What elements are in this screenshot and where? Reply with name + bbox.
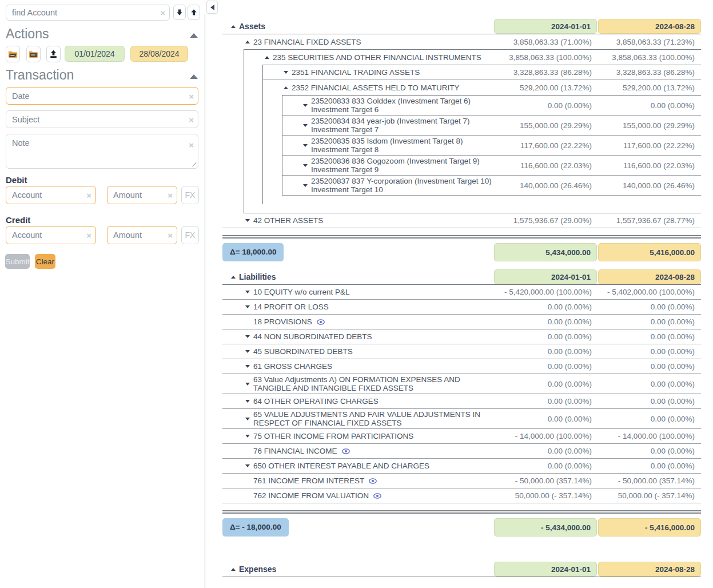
tree-row[interactable]: 44 NON SUBORDINATED DEBTS 0.00 (0.00%) 0… (222, 329, 701, 344)
credit-label: Credit (6, 215, 30, 225)
transaction-subject-input[interactable] (6, 110, 198, 128)
clear-icon[interactable]: × (189, 141, 194, 149)
value-from: 116,600.00 (22.03%) (495, 161, 598, 170)
open-journal-button[interactable] (26, 46, 41, 62)
caret-down-icon[interactable] (245, 435, 250, 438)
tree-row[interactable]: 76 FINANCIAL INCOME 0.00 (0.00%) 0.00 (0… (222, 444, 701, 459)
tree-row[interactable]: 762 INCOME FROM VALUATION 50,000.00 (- 3… (222, 488, 701, 503)
value-from: 3,858,063.33 (71.00%) (495, 38, 598, 46)
expenses-header: Expenses 2024-01-01 2024-08-28 (222, 562, 701, 577)
debit-account-input[interactable] (6, 186, 96, 204)
caret-up-icon[interactable] (231, 25, 236, 28)
value-from: 140,000.00 (26.46%) (495, 181, 598, 190)
value-from: 3,328,863.33 (86.28%) (495, 68, 598, 77)
tree-row[interactable]: 650 OTHER INTEREST PAYABLE AND CHARGES 0… (222, 459, 701, 474)
find-prev-button[interactable] (188, 5, 200, 20)
tree-row[interactable]: 63 Value Adjustments A) ON FORMATION EXP… (222, 374, 701, 394)
caret-down-icon[interactable] (245, 400, 250, 403)
caret-down-icon[interactable] (303, 184, 308, 187)
tree-row[interactable]: 75 OTHER INCOME FROM PARTICIPATIONS - 14… (222, 429, 701, 444)
debit-fx-button[interactable]: FX (181, 186, 199, 204)
tree-row[interactable]: 61 GROSS CHARGES 0.00 (0.00%) 0.00 (0.00… (222, 359, 701, 374)
tree-row[interactable]: 235200837 837 Y-corporation (Investment … (282, 176, 701, 196)
clear-icon[interactable]: × (160, 9, 165, 17)
credit-account-input[interactable] (6, 226, 96, 244)
tree-row[interactable]: 64 OTHER OPERATING CHARGES 0.00 (0.00%) … (222, 394, 701, 409)
tree-row[interactable]: 235 SECURITIES AND OTHER FINANCIAL INSTR… (244, 50, 701, 65)
account-label: 42 OTHER ASSETS (253, 216, 495, 225)
find-next-button[interactable] (173, 5, 186, 20)
tree-row[interactable]: 2351 FINANCIAL TRADING ASSETS 3,328,863.… (263, 65, 701, 80)
caret-down-icon[interactable] (245, 219, 250, 222)
value-to: 3,328,863.33 (86.28%) (598, 68, 701, 77)
caret-down-icon[interactable] (303, 124, 308, 127)
debit-label: Debit (6, 175, 27, 185)
date-to-input[interactable] (130, 46, 188, 62)
debit-amount-input[interactable] (107, 186, 177, 204)
export-button[interactable] (46, 46, 61, 62)
value-to: 0.00 (0.00%) (598, 397, 701, 406)
column-date-to: 2024-08-28 (598, 562, 701, 577)
caret-down-icon[interactable] (303, 104, 308, 107)
transaction-note-input[interactable] (6, 134, 198, 169)
date-from-input[interactable] (65, 46, 125, 62)
caret-down-icon[interactable] (303, 164, 308, 167)
caret-up-icon[interactable] (231, 276, 236, 279)
account-label: 14 PROFIT OR LOSS (253, 303, 495, 311)
tree-row[interactable]: 14 PROFIT OR LOSS 0.00 (0.00%) 0.00 (0.0… (222, 300, 701, 315)
caret-down-icon[interactable] (245, 418, 250, 420)
tree-row[interactable]: 235200833 833 Golddex (Investment Target… (282, 96, 701, 116)
account-label: 63 Value Adjustments A) ON FORMATION EXP… (253, 375, 495, 392)
tree-row[interactable]: 18 PROVISIONS 0.00 (0.00%) 0.00 (0.00%) (222, 315, 701, 329)
caret-up-icon[interactable] (284, 86, 288, 89)
eye-icon[interactable] (342, 448, 350, 454)
caret-down-icon[interactable] (303, 144, 308, 147)
eye-icon[interactable] (369, 478, 377, 484)
open-file-button[interactable] (6, 46, 20, 62)
clear-icon[interactable]: × (86, 231, 91, 240)
caret-down-icon[interactable] (245, 464, 250, 467)
tree-row[interactable]: 235200835 835 Isdom (Investment Target 8… (282, 136, 701, 156)
tree-row[interactable]: 2352 FINANCIAL ASSETS HELD TO MATURITY 5… (263, 80, 701, 95)
caret-up-icon[interactable] (265, 56, 269, 59)
caret-down-icon[interactable] (245, 291, 250, 293)
clear-icon[interactable]: × (168, 231, 173, 240)
clear-icon[interactable]: × (168, 191, 173, 200)
credit-fx-button[interactable]: FX (181, 226, 199, 244)
tree-row[interactable]: 235200834 834 year-job (Investment Targe… (282, 116, 701, 136)
caret-down-icon[interactable] (245, 365, 250, 368)
caret-up-icon[interactable] (245, 41, 250, 43)
tree-row[interactable]: 10 EQUITY w/o current P&L - 5,420,000.00… (222, 285, 701, 300)
collapse-transaction-icon[interactable] (190, 74, 198, 79)
credit-amount-input[interactable] (107, 226, 177, 244)
caret-down-icon[interactable] (245, 335, 250, 338)
tree-row[interactable]: 761 INCOME FROM INTEREST - 50,000.00 (35… (222, 474, 701, 488)
clear-button[interactable]: Clear (35, 254, 55, 269)
tree-row[interactable]: 23 FINANCIAL FIXED ASSETS 3,858,063.33 (… (222, 34, 701, 49)
search-input[interactable] (6, 5, 170, 21)
caret-down-icon[interactable] (245, 383, 250, 386)
clear-icon[interactable]: × (189, 92, 194, 100)
tree-row[interactable]: 42 OTHER ASSETS 1,575,936.67 (29.00%) 1,… (222, 213, 701, 228)
caret-down-icon[interactable] (245, 350, 250, 353)
tree-row[interactable]: 235200836 836 Gogozoom (Investment Targe… (282, 156, 701, 176)
value-from: 0.00 (0.00%) (495, 362, 598, 371)
tree-row[interactable]: 45 SUBORDINATED DEBTS 0.00 (0.00%) 0.00 … (222, 344, 701, 359)
liabilities-header: Liabilities 2024-01-01 2024-08-28 (222, 269, 701, 285)
eye-icon[interactable] (317, 319, 325, 325)
clear-icon[interactable]: × (189, 115, 194, 124)
collapse-panel-button[interactable] (206, 1, 218, 14)
caret-down-icon[interactable] (284, 71, 288, 74)
collapse-actions-icon[interactable] (190, 33, 198, 38)
value-to: 3,858,063.33 (71.23%) (598, 38, 701, 46)
value-to: 0.00 (0.00%) (598, 303, 701, 311)
caret-up-icon[interactable] (231, 568, 236, 571)
submit-button[interactable]: Submit (5, 254, 30, 269)
clear-icon[interactable]: × (86, 191, 91, 200)
caret-down-icon[interactable] (245, 305, 250, 308)
eye-icon[interactable] (373, 493, 381, 499)
tree-row[interactable]: 65 VALUE ADJUSTMENTS AND FAIR VALUE ADJU… (222, 409, 701, 429)
account-label: 45 SUBORDINATED DEBTS (253, 347, 495, 356)
transaction-date-input[interactable] (6, 87, 198, 105)
tree-group: 2351 FINANCIAL TRADING ASSETS 3,328,863.… (262, 65, 701, 204)
